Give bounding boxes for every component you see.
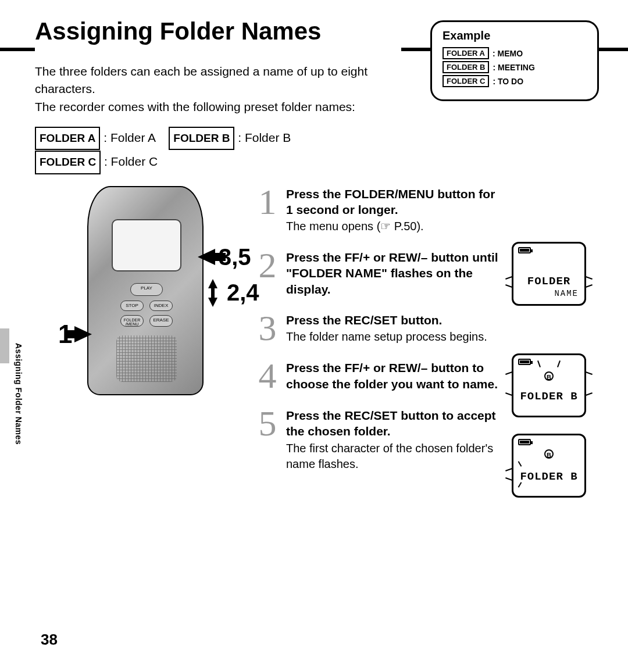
device-illustration: PLAY STOP INDEX FOLDER /MENU ERASE 1 3,5… (35, 186, 256, 477)
lcd-folder-b-icon: B (544, 371, 554, 381)
title-rule-gap (35, 45, 401, 53)
lcd-screen-2: B FOLDER B (512, 353, 586, 417)
folder-chip-a: FOLDER A (35, 127, 100, 150)
step-title: Press the REC/SET button to accept the c… (286, 408, 505, 439)
step-title: Press the FF/+ or REW/– button to choose… (286, 360, 505, 392)
step-desc: The menu opens (☞ P.50). (286, 219, 505, 234)
callout-35: 3,5 (198, 244, 251, 270)
page-title: Assigning Folder Names (35, 17, 593, 45)
device-index-button: INDEX (149, 301, 173, 311)
side-label: Assigning Folder Names (14, 343, 23, 445)
device-menu-button: FOLDER /MENU (120, 315, 144, 327)
step-desc: The first character of the chosen folder… (286, 441, 505, 472)
callout-1: 1 (58, 320, 92, 349)
recorder-device: PLAY STOP INDEX FOLDER /MENU ERASE (87, 186, 204, 395)
device-screen (112, 219, 181, 271)
step-3: 3 Press the REC/SET button. The folder n… (256, 312, 505, 345)
example-row-c: FOLDER C : TO DO (443, 75, 587, 87)
step-title: Press the FOLDER/MENU button for 1 secon… (286, 186, 505, 218)
step-5: 5 Press the REC/SET button to accept the… (256, 408, 505, 472)
lcd-folder-b-icon: B (544, 449, 554, 459)
step-title: Press the FF/+ or REW/– button until "FO… (286, 249, 505, 297)
device-stop-button: STOP (120, 301, 144, 311)
preset-a-value: : Folder A (104, 131, 155, 144)
step-1: 1 Press the FOLDER/MENU button for 1 sec… (256, 186, 505, 235)
step-number: 5 (256, 408, 279, 472)
lcd1-sub: NAME (554, 289, 579, 298)
arrow-left-icon (198, 249, 215, 265)
callout-24: 2,4 (202, 279, 259, 307)
lcd-screen-3: B FOLDER B (512, 434, 586, 498)
folder-chip-c: FOLDER C (35, 151, 101, 174)
lcd-screen-1: FOLDER NAME (512, 242, 586, 306)
intro-line2: The recorder comes with the following pr… (35, 100, 355, 113)
lcd1-main: FOLDER (513, 275, 584, 288)
step-number: 3 (256, 312, 279, 345)
example-row-b: FOLDER B : MEETING (443, 61, 587, 73)
steps-list: 1 Press the FOLDER/MENU button for 1 sec… (256, 186, 505, 487)
step-number: 1 (256, 186, 279, 235)
step-4: 4 Press the FF/+ or REW/– button to choo… (256, 360, 505, 392)
intro-text: The three folders can each be assigned a… (35, 63, 407, 116)
folder-chip: FOLDER B (443, 61, 489, 73)
battery-icon (518, 439, 531, 445)
example-value: : MEMO (493, 49, 523, 58)
arrow-updown-icon (202, 279, 222, 307)
example-row-a: FOLDER A : MEMO (443, 47, 587, 59)
lcd2-main: FOLDER B (513, 390, 584, 403)
device-play-button: PLAY (130, 283, 163, 296)
preset-c-value: : Folder C (104, 155, 158, 168)
device-erase-button: ERASE (149, 315, 173, 327)
folder-chip-b: FOLDER B (169, 127, 234, 150)
step-2: 2 Press the FF/+ or REW/– button until "… (256, 249, 505, 297)
page-number: 38 (41, 631, 58, 649)
arrow-right-icon (74, 326, 92, 342)
folder-chip: FOLDER A (443, 47, 489, 59)
folder-chip: FOLDER C (443, 75, 489, 87)
step-number: 2 (256, 249, 279, 297)
step-title: Press the REC/SET button. (286, 312, 505, 328)
preset-b-value: : Folder B (238, 131, 291, 144)
step-number: 4 (256, 360, 279, 392)
device-speaker-grille (116, 335, 177, 382)
side-tab (0, 328, 9, 363)
preset-list: FOLDER A : Folder A FOLDER B : Folder B … (35, 126, 593, 174)
example-value: : MEETING (493, 63, 534, 72)
lcd-column: FOLDER NAME B FOLDER B (512, 186, 593, 487)
step-desc: The folder name setup process begins. (286, 329, 505, 345)
intro-line1: The three folders can each be assigned a… (35, 65, 367, 95)
battery-icon (518, 359, 531, 365)
example-value: : TO DO (493, 77, 523, 86)
lcd3-main: FOLDER B (513, 470, 584, 483)
battery-icon (518, 247, 531, 253)
callout-24-num: 2,4 (227, 280, 259, 306)
